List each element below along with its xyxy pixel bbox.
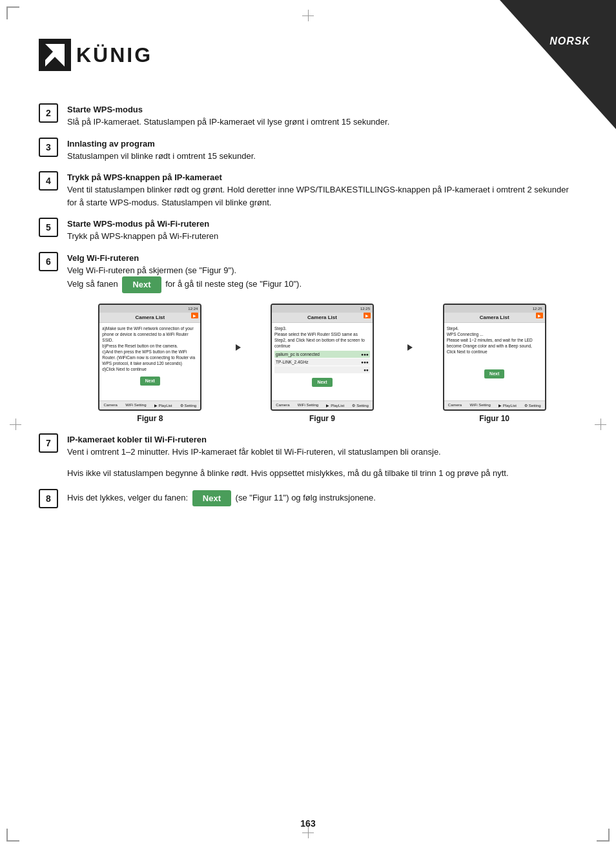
step-6-desc-part1: Velg Wi-Fi-ruteren på skjermen (se "Figu…	[67, 264, 577, 277]
fig9-next-btn: Next	[312, 378, 332, 387]
fig8-footer-setting: ⚙ Setting	[180, 403, 196, 408]
fig9-body: Step3.Please select the WiFi Router SSID…	[272, 323, 373, 400]
fig10-status-bar: 12:25	[444, 305, 545, 313]
fig10-time: 12:25	[533, 307, 542, 311]
fig9-text: Step3.Please select the WiFi Router SSID…	[274, 326, 370, 349]
fig8-camera-badge: ▶	[191, 313, 198, 318]
figures-row: 12:24 Camera List ▶ a)Make sure the WiFi…	[67, 304, 577, 423]
konig-svg-icon	[45, 44, 65, 67]
step-7-extra: Hvis ikke vil statuslampen begynne å bli…	[67, 467, 577, 480]
step-5-desc: Trykk på WPS-knappen på Wi-Fi-ruteren	[67, 230, 577, 243]
fig9-wifi-3: ●●	[274, 366, 370, 373]
step-number-6: 6	[39, 252, 58, 271]
fig8-footer-playlist: ▶ PlayList	[154, 403, 172, 408]
fig10-body: Step4.WPS Connecting ...Please wait 1~2 …	[444, 323, 545, 400]
corner-mark-tl	[6, 6, 19, 19]
language-label: NORSK	[549, 36, 590, 47]
fig9-wifi-1: galium_pc is connected ●●●	[274, 351, 370, 358]
step-number-8: 8	[39, 489, 58, 508]
step-7-desc: Vent i omtrent 1–2 minutter. Hvis IP-kam…	[67, 446, 577, 459]
step-6: 6 Velg Wi-Fi-ruteren Velg Wi-Fi-ruteren …	[39, 252, 577, 293]
konig-text-logo: KÜNIG	[76, 43, 152, 67]
step-3: 3 Innlasting av program Statuslampen vil…	[39, 138, 577, 163]
crosshair-top	[302, 10, 314, 21]
figure-8-label: Figur 8	[137, 414, 163, 423]
crosshair-right	[595, 419, 606, 430]
step-6-desc-part2: Velg så fanen Next for å gå til neste st…	[67, 276, 577, 293]
figure-9-item: 12:25 Camera List ▶ Step3.Please select …	[240, 304, 406, 423]
next-button-step6[interactable]: Next	[122, 276, 161, 293]
figure-8-item: 12:24 Camera List ▶ a)Make sure the WiFi…	[67, 304, 233, 423]
step-2-title: Starte WPS-modus	[67, 105, 577, 114]
fig9-time: 12:25	[360, 307, 370, 311]
logo-area: KÜNIG	[39, 39, 152, 71]
fig8-title: Camera List	[99, 313, 200, 323]
next-button-step8[interactable]: Next	[192, 490, 231, 507]
corner-mark-br	[597, 829, 610, 842]
step-number-4: 4	[39, 171, 58, 191]
fig8-time: 12:24	[188, 307, 198, 311]
step-2-content: Starte WPS-modus Slå på IP-kameraet. Sta…	[67, 103, 577, 129]
step-4: 4 Trykk på WPS-knappen på IP-kameraet Ve…	[39, 171, 577, 209]
step-3-content: Innlasting av program Statuslampen vil b…	[67, 138, 577, 163]
fig9-camera-badge: ▶	[364, 313, 371, 318]
figure-10-item: 12:25 Camera List ▶ Step4.WPS Connecting…	[411, 304, 577, 423]
arrow-9-10	[406, 342, 415, 352]
konig-logo: KÜNIG	[39, 39, 152, 71]
step-8: 8 Hvis det lykkes, velger du fanen: Next…	[39, 489, 577, 508]
step-number-2: 2	[39, 103, 58, 123]
step-3-desc: Statuslampen vil blinke rødt i omtrent 1…	[67, 150, 577, 163]
step-7-content: IP-kameraet kobler til Wi-Fi-ruteren Ven…	[67, 433, 577, 459]
fig10-title: Camera List	[444, 313, 545, 323]
step-4-desc: Vent til statuslampen blinker rødt og gr…	[67, 183, 577, 209]
step-8-desc: Hvis det lykkes, velger du fanen: Next (…	[67, 490, 577, 507]
step-6-content: Velg Wi-Fi-ruteren Velg Wi-Fi-ruteren på…	[67, 252, 577, 293]
fig8-footer-camera: Camera	[103, 403, 117, 408]
fig9-footer-camera: Camera	[276, 403, 289, 408]
fig8-status-bar: 12:24	[99, 305, 200, 313]
corner-mark-bl	[6, 829, 19, 842]
konig-icon	[39, 39, 71, 71]
fig10-footer-wifi: WiFi Setting	[469, 403, 490, 408]
fig8-body: a)Make sure the WiFi network connection …	[99, 323, 200, 400]
step-number-7: 7	[39, 433, 58, 453]
figure-8-phone: 12:24 Camera List ▶ a)Make sure the WiFi…	[98, 304, 201, 411]
step-7-extra-text: Hvis ikke vil statuslampen begynne å bli…	[67, 467, 577, 480]
fig9-footer-setting: ⚙ Setting	[352, 403, 368, 408]
step-5-title: Starte WPS-modus på Wi-Fi-ruteren	[67, 219, 577, 229]
fig10-footer: Camera WiFi Setting ▶ PlayList ⚙ Setting	[444, 400, 545, 409]
fig8-next-btn: Next	[140, 377, 160, 386]
step-5: 5 Starte WPS-modus på Wi-Fi-ruteren Tryk…	[39, 218, 577, 243]
figure-9-label: Figur 9	[309, 414, 335, 423]
fig10-footer-setting: ⚙ Setting	[524, 403, 540, 408]
fig10-text: Step4.WPS Connecting ...Please wait 1~2 …	[447, 326, 542, 355]
fig10-camera-badge: ▶	[536, 313, 543, 318]
step-number-5: 5	[39, 218, 58, 237]
fig9-status-bar: 12:25	[272, 305, 373, 313]
page-number: 163	[0, 818, 616, 829]
fig9-footer-playlist: ▶ PlayList	[326, 403, 344, 408]
step-8-text-after: (se "Figur 11") og følg instruksjonene.	[236, 493, 376, 502]
fig9-wifi-2: TP-LINK_2.4GHz ●●●	[274, 358, 370, 366]
fig8-next-container: Next	[102, 375, 198, 388]
figure-10-label: Figur 10	[479, 414, 509, 423]
fig8-footer-wifi: WiFi Setting	[125, 403, 146, 408]
step-6-text-after-next: for å gå til neste steg (se "Figur 10").	[165, 279, 302, 289]
figure-10-phone: 12:25 Camera List ▶ Step4.WPS Connecting…	[443, 304, 546, 411]
main-content: 2 Starte WPS-modus Slå på IP-kameraet. S…	[39, 103, 577, 517]
fig10-next-btn: Next	[484, 369, 504, 378]
step-7-title: IP-kameraet kobler til Wi-Fi-ruteren	[67, 435, 577, 444]
step-8-content: Hvis det lykkes, velger du fanen: Next (…	[67, 489, 577, 507]
step-6-text-before-next: Velg så fanen	[67, 279, 118, 289]
fig8-text: a)Make sure the WiFi network connection …	[102, 326, 198, 373]
step-6-title: Velg Wi-Fi-ruteren	[67, 253, 577, 263]
fig8-footer: Camera WiFi Setting ▶ PlayList ⚙ Setting	[99, 400, 200, 409]
step-4-title: Trykk på WPS-knappen på IP-kameraet	[67, 172, 577, 182]
step-4-content: Trykk på WPS-knappen på IP-kameraet Vent…	[67, 171, 577, 209]
step-2: 2 Starte WPS-modus Slå på IP-kameraet. S…	[39, 103, 577, 129]
fig10-footer-playlist: ▶ PlayList	[498, 403, 517, 408]
fig9-title: Camera List	[272, 313, 373, 323]
step-8-text-before: Hvis det lykkes, velger du fanen:	[67, 493, 188, 502]
step-number-3: 3	[39, 138, 58, 157]
fig10-footer-camera: Camera	[448, 403, 462, 408]
